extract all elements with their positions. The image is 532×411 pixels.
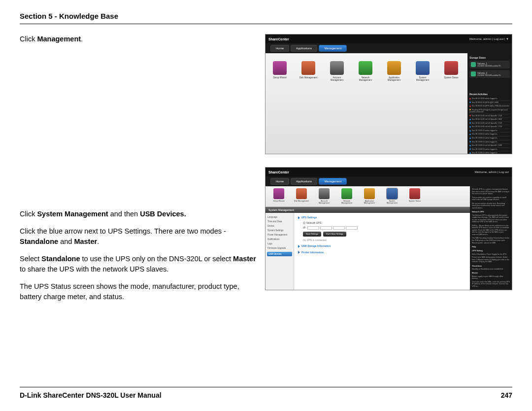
ip-field-2[interactable] [320,226,332,230]
screenshot-column: ShareCenter Welcome, admin | Log out | ▼… [265,34,512,309]
page-footer: D-Link ShareCenter DNS-320L User Manual … [20,387,512,399]
icon-network-management[interactable]: Network Management [356,61,375,146]
screenshot-management: ShareCenter Welcome, admin | Log out | ▼… [265,34,512,154]
icon-application-management[interactable]: Application Management [361,188,378,205]
storage-status-head: Storage Status [469,56,510,59]
buttons-row: Save Settings Don't Save Settings [298,232,466,237]
disk-icon [471,71,476,76]
icon-account-management[interactable]: Account Management [328,61,346,146]
ss1-sidebar: Storage Status Volume_1155.58GB / 456.45… [467,53,512,154]
page-number: 247 [501,391,512,399]
nav-notifications[interactable]: Notifications [267,237,292,241]
nav-firmware-upgrade[interactable]: Firmware Upgrade [267,246,292,250]
instruction-p4: Select Standalone to use the UPS only on… [20,254,256,274]
usb-storage-row[interactable]: USB Storage Information [298,244,466,248]
ip-row: IP: [298,226,466,230]
footer-title: D-Link ShareCenter DNS-320L User Manual [20,391,162,399]
blue-arrow-icon [298,245,300,248]
ss1-topbar: ShareCenter Welcome, admin | Log out | ▼ [266,34,512,43]
ss1-main-area: Setup Wizard Disk Management Account Man… [266,53,467,154]
section-title: Section 5 - Knowledge Base [20,12,118,20]
icon-application-management[interactable]: Application Management [385,61,403,146]
volume-1: Volume_1155.58GB / 456.45GB available 0% [469,61,510,68]
welcome-text: Welcome, admin | Log out | ▼ [469,37,509,40]
nav-device[interactable]: Device [267,224,292,228]
page-header: Section 5 - Knowledge Base [20,12,512,24]
printer-info-row[interactable]: Printer Information [298,251,466,254]
nav-logs[interactable]: Logs [267,241,292,246]
instruction-p3: Click the blue arrow next to UPS Setting… [20,226,256,247]
network-ups-row: Network UPS: [298,221,466,224]
ss2-tabs: Home Applications Management [266,176,512,186]
ss2-help-sidebar: Network UPS is a system management featu… [470,186,512,290]
tab-management[interactable]: Management [319,178,347,185]
nav-power-management[interactable]: Power Management [267,233,292,237]
ups-settings-row[interactable]: UPS Settings [298,216,466,219]
ss2-subheader: System Management [266,207,470,213]
welcome-text: Welcome, admin | Log out [475,171,509,173]
icon-setup-wizard[interactable]: Setup Wizard [270,61,289,146]
icon-disk-management[interactable]: Disk Management [293,188,310,205]
ss1-tabs: Home Applications Management [266,43,512,53]
ss2-content-area: UPS Settings Network UPS: IP: Save Setti… [294,213,470,290]
brand-logo: ShareCenter [268,171,289,174]
icon-system-status[interactable]: System Status [442,61,461,146]
icon-system-status[interactable]: System Status [406,188,423,205]
ip-field-4[interactable] [346,226,358,230]
ss2-icon-row: Setup Wizard Disk Management Account Man… [266,186,470,207]
radio-icon[interactable] [303,222,305,224]
screenshot-usb-devices: ShareCenter Welcome, admin | Log out Hom… [265,167,512,290]
instruction-column: Click Management. Click System Managemen… [20,34,256,309]
save-settings-button[interactable]: Save Settings [303,232,321,237]
nav-system-settings[interactable]: System Settings [267,228,292,233]
tab-home[interactable]: Home [270,45,289,52]
icon-setup-wizard[interactable]: Setup Wizard [270,188,287,205]
recent-activities-head: Recent Activities [469,93,510,96]
volume-2: Volume_2155.58GB / 456.45GB available 0% [469,70,510,78]
activity-list: Nov 30 19:10:04 admin logged in. Nov 30 … [469,97,510,154]
instruction-p1: Click Management. [20,34,256,44]
instruction-p2: Click System Management and then USB Dev… [20,209,256,219]
icon-system-management[interactable]: System Management [413,61,432,146]
nav-language[interactable]: Language [267,215,292,219]
ss2-topbar: ShareCenter Welcome, admin | Log out [266,168,512,176]
dont-save-button[interactable]: Don't Save Settings [323,232,346,237]
page-content: Click Management. Click System Managemen… [20,34,512,309]
ip-field-1[interactable] [307,226,319,230]
no-ups-text: No UPS is connected. [298,239,466,241]
icon-network-management[interactable]: Network Management [338,188,355,205]
disk-icon [471,62,476,67]
tab-applications[interactable]: Applications [291,45,317,52]
tab-management[interactable]: Management [319,45,347,52]
icon-system-management[interactable]: System Management [384,188,400,205]
nav-time-date[interactable]: Time and Date [267,219,292,224]
nav-usb-devices[interactable]: USB Devices [267,252,292,256]
ip-field-3[interactable] [333,226,345,230]
tab-home[interactable]: Home [270,178,289,185]
blue-arrow-icon [298,251,300,254]
brand-logo: ShareCenter [268,37,289,41]
blue-arrow-icon [298,216,300,219]
icon-account-management[interactable]: Account Management [316,188,332,205]
tab-applications[interactable]: Applications [291,178,317,185]
icon-disk-management[interactable]: Disk Management [299,61,318,146]
ss2-nav: Language Time and Date Device System Set… [266,213,294,290]
instruction-p5: The UPS Status screen shows the mode, ma… [20,281,256,302]
